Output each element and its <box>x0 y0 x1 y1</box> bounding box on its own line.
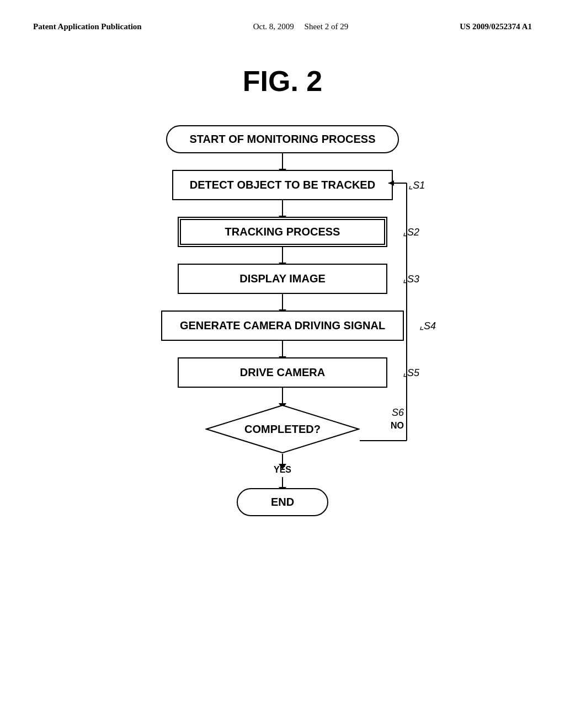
s1-node: DETECT OBJECT TO BE TRACKED ⌞S1 <box>172 170 393 200</box>
publication-label: Patent Application Publication <box>33 22 142 31</box>
s3-label: DISPLAY IMAGE <box>178 264 387 294</box>
s2-label: TRACKING PROCESS <box>178 217 387 247</box>
start-label: START OF MONITORING PROCESS <box>166 125 398 153</box>
sheet-info: Sheet 2 of 29 <box>305 22 349 31</box>
end-label: END <box>237 488 328 516</box>
publication-date: Oct. 8, 2009 <box>253 22 294 31</box>
date-sheet: Oct. 8, 2009 Sheet 2 of 29 <box>253 22 349 31</box>
s1-label: DETECT OBJECT TO BE TRACKED <box>172 170 393 200</box>
patent-number: US 2009/0252374 A1 <box>460 22 532 31</box>
s6-diamond: COMPLETED? <box>205 404 360 454</box>
page-header: Patent Application Publication Oct. 8, 2… <box>0 0 565 42</box>
s4-label: GENERATE CAMERA DRIVING SIGNAL <box>161 311 404 341</box>
s2-step-label: ⌞S2 <box>403 226 419 238</box>
end-node: END <box>237 488 328 516</box>
no-label: NO <box>391 421 404 431</box>
s5-step-label: ⌞S5 <box>403 367 419 379</box>
s6-step-label: S6 <box>392 407 404 419</box>
s2-node: TRACKING PROCESS ⌞S2 <box>178 217 387 247</box>
s6-node: COMPLETED? S6 NO <box>205 404 360 454</box>
s4-node: GENERATE CAMERA DRIVING SIGNAL ⌞S4 <box>161 311 404 341</box>
s4-step-label: ⌞S4 <box>419 320 436 332</box>
s3-node: DISPLAY IMAGE ⌞S3 <box>178 264 387 294</box>
s1-step-label: ⌞S1 <box>408 179 425 191</box>
figure-title: FIG. 2 <box>0 65 565 98</box>
s3-step-label: ⌞S3 <box>403 273 419 285</box>
start-node: START OF MONITORING PROCESS <box>166 125 398 153</box>
s5-node: DRIVE CAMERA ⌞S5 <box>178 357 387 388</box>
flowchart: START OF MONITORING PROCESS DETECT OBJEC… <box>0 125 565 549</box>
s6-label: COMPLETED? <box>244 423 321 436</box>
s5-label: DRIVE CAMERA <box>178 357 387 388</box>
